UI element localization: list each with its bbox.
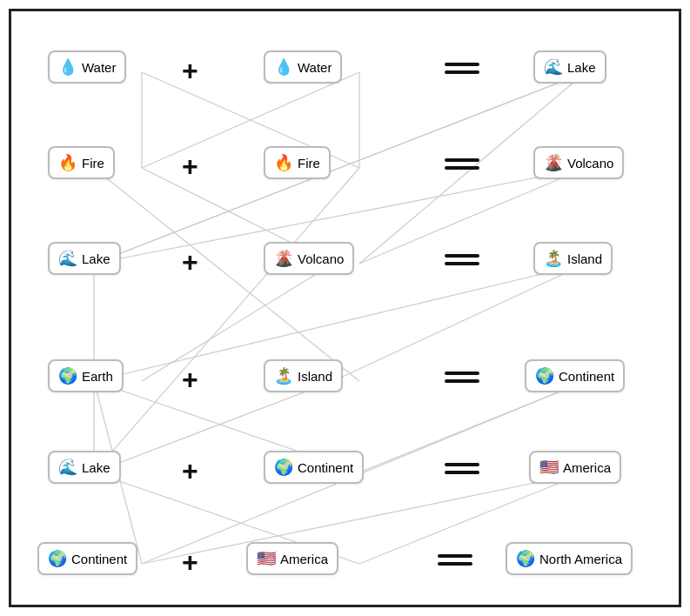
- row4-equals: [445, 372, 479, 383]
- row3-equals: [445, 254, 479, 265]
- row6-result-emoji: 🌍: [516, 549, 535, 568]
- row4-result-emoji: 🌍: [535, 366, 554, 385]
- row5-left1[interactable]: 🌊Lake: [48, 451, 121, 484]
- row6-left2-emoji: 🇺🇸: [257, 549, 276, 568]
- row4-result-label: Continent: [559, 369, 614, 384]
- row6-result[interactable]: 🌍North America: [506, 542, 633, 575]
- row2-result[interactable]: 🌋Volcano: [533, 146, 624, 179]
- row4-left1-label: Earth: [82, 369, 113, 384]
- row5-equals: [445, 463, 479, 474]
- row1-equals: [445, 63, 479, 74]
- row1-left1-label: Water: [82, 60, 116, 75]
- row2-left1[interactable]: 🔥Fire: [48, 146, 115, 179]
- row3-left1-label: Lake: [82, 251, 111, 266]
- row5-result[interactable]: 🇺🇸America: [529, 451, 621, 484]
- row4-left1-emoji: 🌍: [58, 366, 77, 385]
- row2-left2-label: Fire: [298, 156, 320, 171]
- row5-result-label: America: [563, 460, 611, 475]
- row1-left2[interactable]: 💧Water: [264, 50, 342, 84]
- row2-left1-emoji: 🔥: [58, 153, 77, 172]
- row2-left2-emoji: 🔥: [274, 153, 293, 172]
- row2-result-label: Volcano: [567, 156, 613, 171]
- row1-left1-emoji: 💧: [58, 57, 77, 77]
- row5-left2-emoji: 🌍: [274, 458, 293, 477]
- row3-left2-emoji: 🌋: [274, 249, 293, 268]
- row2-left1-label: Fire: [82, 156, 104, 171]
- row4-result[interactable]: 🌍Continent: [525, 359, 625, 392]
- row3-result-label: Island: [567, 251, 602, 266]
- row1-result[interactable]: 🌊Lake: [533, 50, 606, 84]
- svg-line-0: [94, 72, 586, 264]
- row3-left1-emoji: 🌊: [58, 249, 77, 268]
- row3-result[interactable]: 🏝️Island: [533, 242, 613, 275]
- row3-left2[interactable]: 🌋Volcano: [264, 242, 354, 275]
- row6-left1-emoji: 🌍: [48, 549, 67, 568]
- row3-result-emoji: 🏝️: [544, 249, 563, 268]
- row3-plus: +: [182, 246, 198, 278]
- row5-left2[interactable]: 🌍Continent: [264, 451, 364, 484]
- board: 💧Water+💧Water🌊Lake🔥Fire+🔥Fire🌋Volcano🌊La…: [9, 9, 681, 607]
- row6-result-label: North America: [539, 552, 622, 566]
- row3-left2-label: Volcano: [298, 251, 344, 266]
- row6-left1-label: Continent: [71, 552, 127, 566]
- row5-left1-label: Lake: [82, 460, 111, 475]
- row4-left2-emoji: 🏝️: [274, 366, 293, 385]
- row1-plus: +: [182, 55, 198, 87]
- row2-plus: +: [182, 151, 198, 183]
- row2-result-emoji: 🌋: [544, 153, 563, 172]
- row6-left2-label: America: [280, 552, 328, 566]
- row4-left2[interactable]: 🏝️Island: [264, 359, 343, 392]
- row4-left2-label: Island: [298, 369, 332, 384]
- row2-equals: [445, 158, 479, 170]
- row5-left1-emoji: 🌊: [58, 458, 77, 477]
- row1-left2-emoji: 💧: [274, 57, 293, 77]
- row1-result-label: Lake: [567, 60, 596, 75]
- row6-plus: +: [182, 546, 198, 579]
- row2-left2[interactable]: 🔥Fire: [264, 146, 331, 179]
- row6-left1[interactable]: 🌍Continent: [37, 542, 137, 575]
- svg-line-3: [94, 72, 586, 264]
- row1-left2-label: Water: [298, 60, 332, 75]
- row5-result-emoji: 🇺🇸: [539, 458, 559, 477]
- row6-left2[interactable]: 🇺🇸America: [246, 542, 338, 575]
- row4-plus: +: [182, 364, 198, 396]
- connector-lines: [11, 11, 679, 605]
- row5-left2-label: Continent: [298, 460, 353, 475]
- row3-left1[interactable]: 🌊Lake: [48, 242, 121, 275]
- svg-line-20: [94, 168, 359, 472]
- row6-equals: [438, 554, 472, 566]
- row1-left1[interactable]: 💧Water: [48, 50, 126, 84]
- row5-plus: +: [182, 455, 198, 487]
- row4-left1[interactable]: 🌍Earth: [48, 359, 124, 392]
- row1-result-emoji: 🌊: [544, 57, 563, 77]
